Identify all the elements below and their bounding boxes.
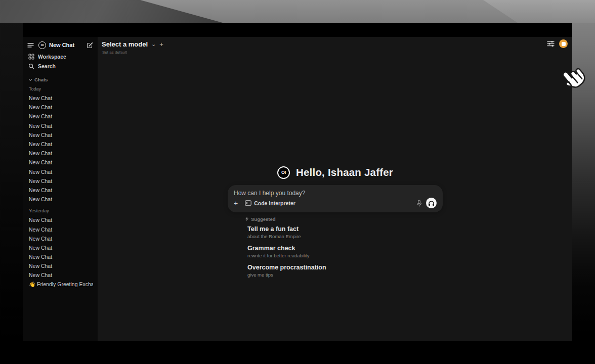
open-webui-window: OI New Chat Workspace Search	[23, 23, 572, 341]
chevron-down-icon: ⌄	[151, 41, 156, 47]
chat-list-item[interactable]: New Chat	[27, 149, 93, 158]
greeting-text: Hello, Ishaan Jaffer	[296, 166, 393, 178]
suggested-item[interactable]: Grammar check rewrite it for better read…	[245, 245, 443, 259]
chat-list-item[interactable]: New Chat	[27, 195, 93, 204]
suggested-header: Suggested	[245, 216, 443, 222]
chat-list-item[interactable]: New Chat	[27, 186, 93, 195]
avatar-image	[562, 42, 566, 46]
chat-list-item[interactable]: New Chat	[27, 234, 93, 243]
chat-group-label-today: Today	[27, 86, 93, 92]
chat-list-item[interactable]: New Chat	[27, 103, 93, 112]
chat-list-item[interactable]: New Chat	[27, 243, 93, 252]
chat-list-item[interactable]: New Chat	[27, 215, 93, 224]
chat-list-item[interactable]: New Chat	[27, 112, 93, 121]
chat-list-item[interactable]: New Chat	[27, 261, 93, 270]
suggested-item-title: Grammar check	[247, 245, 443, 253]
chat-group-label-yesterday: Yesterday	[27, 208, 93, 214]
voice-call-button[interactable]	[426, 198, 437, 208]
sidebar: OI New Chat Workspace Search	[23, 37, 98, 341]
chat-list-yesterday: New ChatNew ChatNew ChatNew ChatNew Chat…	[27, 215, 93, 289]
desktop: OI New Chat Workspace Search	[0, 0, 595, 364]
code-interpreter-label: Code Interpreter	[254, 200, 295, 206]
chat-list-item[interactable]: New Chat	[27, 121, 93, 130]
chat-list-item[interactable]: New Chat	[27, 270, 93, 280]
suggested-item-subtitle: about the Roman Empire	[247, 234, 443, 240]
search-label: Search	[38, 63, 56, 69]
sparkle-icon	[245, 216, 249, 221]
attach-plus-icon[interactable]: +	[234, 200, 238, 207]
workspace-grid-icon	[28, 54, 34, 60]
add-model-icon[interactable]: +	[159, 41, 163, 48]
code-interpreter-toggle[interactable]: Code Interpreter	[245, 200, 295, 206]
workspace-label: Workspace	[38, 54, 66, 60]
sidebar-item-workspace[interactable]: Workspace	[27, 52, 93, 61]
code-interpreter-icon	[245, 200, 251, 206]
controls-sliders-icon[interactable]	[547, 40, 555, 47]
desktop-background-right	[572, 23, 595, 364]
suggested-item-subtitle: give me tips	[247, 272, 443, 278]
app-logo-icon[interactable]: OI	[38, 41, 46, 49]
chat-list-item[interactable]: New Chat	[27, 140, 93, 149]
chat-input-controls: + Code Interpreter	[234, 198, 437, 208]
chat-list-item[interactable]: New Chat	[27, 176, 93, 186]
suggested-list: Tell me a fun fact about the Roman Empir…	[245, 225, 443, 278]
chats-section-toggle[interactable]: Chats	[27, 76, 93, 83]
model-selector[interactable]: Select a model ⌄ +	[102, 40, 163, 48]
chat-list-item[interactable]: 👋 Friendly Greeting Exchange	[27, 280, 93, 289]
suggested-item-subtitle: rewrite it for better readability	[247, 253, 443, 259]
chevron-down-icon	[28, 78, 32, 82]
search-icon	[28, 63, 34, 69]
chats-label: Chats	[34, 77, 48, 82]
desktop-background-left	[0, 23, 23, 364]
chat-list-item[interactable]: New Chat	[27, 158, 93, 167]
suggested-item[interactable]: Tell me a fun fact about the Roman Empir…	[245, 225, 443, 240]
chat-list-item[interactable]: New Chat	[27, 252, 93, 261]
model-selector-label: Select a model	[102, 40, 148, 48]
user-avatar[interactable]	[559, 39, 568, 48]
sidebar-title: New Chat	[49, 42, 87, 48]
chat-list-item[interactable]: New Chat	[27, 130, 93, 140]
app-logo-icon: OI	[277, 166, 290, 179]
set-as-default-link[interactable]: Set as default	[102, 50, 127, 55]
suggested-section: Suggested Tell me a fun fact about the R…	[245, 216, 443, 278]
suggested-item-title: Overcome procrastination	[247, 264, 443, 272]
sidebar-item-search[interactable]: Search	[27, 61, 93, 71]
welcome-area: OI Hello, Ishaan Jaffer How can I help y…	[228, 166, 443, 283]
microphone-icon[interactable]	[416, 200, 422, 207]
suggested-item-title: Tell me a fun fact	[247, 225, 443, 234]
new-chat-icon[interactable]	[87, 42, 93, 49]
chat-list-item[interactable]: New Chat	[27, 167, 93, 176]
suggested-item[interactable]: Overcome procrastination give me tips	[245, 264, 443, 278]
sidebar-toggle-icon[interactable]	[27, 42, 34, 48]
suggested-label: Suggested	[251, 216, 276, 222]
greeting-row: OI Hello, Ishaan Jaffer	[228, 166, 443, 179]
chat-input-card[interactable]: How can I help you today? + Code Interpr…	[228, 185, 443, 212]
sidebar-header: OI New Chat	[27, 40, 93, 50]
main-panel: Select a model ⌄ + Set as default OI Hel…	[98, 37, 572, 341]
chat-list-item[interactable]: New Chat	[27, 94, 93, 103]
window-titlebar	[23, 23, 572, 37]
headphones-icon	[428, 200, 435, 206]
chat-list-item[interactable]: New Chat	[27, 224, 93, 234]
chat-input[interactable]: How can I help you today?	[234, 190, 437, 197]
chat-list-today: New ChatNew ChatNew ChatNew ChatNew Chat…	[27, 94, 93, 204]
topbar-right-controls	[547, 39, 568, 48]
